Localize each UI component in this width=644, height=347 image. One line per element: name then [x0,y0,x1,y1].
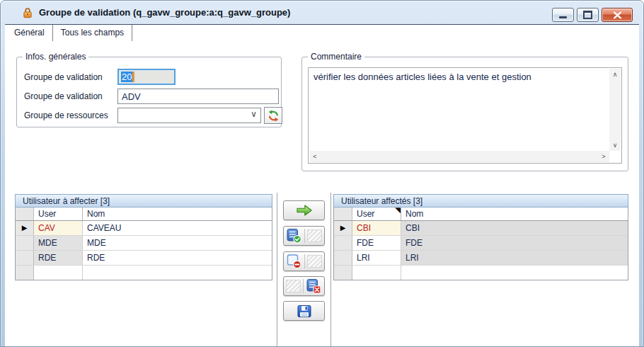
scroll-left-icon[interactable]: < [309,151,321,162]
button-divider [304,229,305,243]
row-selector-cell[interactable] [16,266,34,280]
infos-generales-groupbox: Infos. générales Groupe de validation 20… [16,57,282,127]
row-selector-cell[interactable]: ▶ [334,221,352,235]
save-button[interactable] [283,301,325,321]
sort-indicator-icon: ◥ [395,207,401,214]
doc-cancel-icon [286,254,302,269]
horizontal-scrollbar[interactable]: < > [309,151,609,162]
hatch-pattern [286,280,301,292]
button-divider [303,279,304,293]
user-cell[interactable] [352,266,401,280]
comment-text: vérifier les données articles liées à la… [314,71,606,83]
group-code-label: Groupe de validation [24,70,103,84]
close-button[interactable] [602,8,633,22]
column-header-nom[interactable]: Nom [83,207,272,220]
commentaire-legend: Commentaire [308,52,364,62]
nom-cell[interactable]: LRI [401,251,628,265]
current-row-icon: ▶ [22,224,28,232]
row-selector-cell[interactable] [16,236,34,250]
row-selector-cell[interactable]: ▶ [16,221,34,235]
column-header-user[interactable]: User [34,207,83,220]
column-header-user[interactable]: User◥ [352,207,401,220]
table-header-row: User Nom [16,207,272,221]
hatch-pattern [307,255,322,268]
text-caret [132,72,134,82]
close-icon [613,11,622,19]
tab-bar: Général Tous les champs [6,25,132,41]
transfer-buttons-panel [277,193,331,346]
move-right-button[interactable] [283,200,325,220]
tab-general[interactable]: Général [6,25,53,41]
table-row[interactable]: RDE RDE [16,251,272,266]
group-name-value: ADV [122,91,141,102]
remove-all-button[interactable] [283,276,325,296]
table-row-empty[interactable] [16,266,272,280]
maximize-icon [583,11,592,19]
assigned-users-caption: Utilisateur affectés [3] [333,194,628,207]
row-selector-cell[interactable] [334,266,352,280]
nom-cell[interactable]: FDE [401,236,628,250]
comment-textarea[interactable]: vérifier les données articles liées à la… [308,67,622,164]
user-cell[interactable] [34,266,83,280]
nom-cell[interactable]: CAVEAU [83,221,272,235]
vertical-scrollbar[interactable]: ∧ ∨ [609,69,621,151]
list-remove-icon [306,278,322,294]
resource-group-label: Groupe de ressources [24,108,108,123]
table-row[interactable]: ▶ CBI CBI [334,221,628,236]
group-code-field[interactable]: 20 [117,69,176,85]
resource-group-combobox[interactable]: ∨ [117,108,261,123]
tab-all-fields[interactable]: Tous les champs [53,25,132,41]
selector-header-cell [16,207,34,220]
nom-cell[interactable]: RDE [83,251,272,265]
button-divider [304,254,305,268]
minimize-icon [559,16,567,18]
row-selector-cell[interactable] [16,251,34,265]
user-cell[interactable]: LRI [352,251,401,265]
lock-icon [22,7,33,18]
user-cell[interactable]: RDE [34,251,83,265]
arrow-right-icon [295,204,314,217]
save-floppy-icon [297,304,312,319]
nom-cell[interactable] [401,266,628,280]
row-selector-cell[interactable] [334,251,352,265]
group-name-field[interactable]: ADV [117,89,279,104]
maximize-button[interactable] [577,8,599,22]
list-check-icon [286,228,302,244]
table-row[interactable]: MDE MDE [16,236,272,251]
table-header-row: User◥ Nom [334,207,628,221]
check-all-button[interactable] [283,226,325,246]
nom-cell[interactable]: MDE [83,236,272,250]
table-row[interactable]: LRI LRI [334,251,628,266]
table-row[interactable]: ▶ CAV CAVEAU [16,221,272,236]
selector-header-cell [334,207,352,220]
nom-cell[interactable]: CBI [401,221,628,235]
hatch-pattern [307,229,322,242]
refresh-resources-button[interactable] [264,107,282,124]
user-cell[interactable]: MDE [34,236,83,250]
nom-cell[interactable] [83,266,272,280]
available-users-caption: Utilisateur à affecter [3] [15,194,272,207]
scroll-down-icon[interactable]: ∨ [609,140,621,151]
group-code-value: 20 [121,72,132,82]
current-row-icon: ▶ [340,224,346,232]
minimize-button[interactable] [552,8,574,22]
infos-generales-legend: Infos. générales [23,52,88,62]
user-cell[interactable]: CAV [34,221,83,235]
table-row-empty[interactable] [334,266,628,280]
column-header-nom[interactable]: Nom [401,207,628,220]
refresh-icon [268,110,280,122]
title-bar[interactable]: Groupe de validation (q_gavw_groupe:a:q_… [1,1,643,24]
scroll-right-icon[interactable]: > [598,151,609,162]
user-cell[interactable]: CBI [352,221,401,235]
group-name-label: Groupe de validation [24,89,103,103]
scroll-up-icon[interactable]: ∧ [609,69,621,80]
application-window: Groupe de validation (q_gavw_groupe:a:q_… [0,0,644,347]
user-cell[interactable]: FDE [352,236,401,250]
uncheck-all-button[interactable] [283,251,325,271]
chevron-down-icon[interactable]: ∨ [251,109,257,119]
window-content: Général Tous les champs Infos. générales… [5,24,639,346]
window-title: Groupe de validation (q_gavw_groupe:a:q_… [39,7,290,18]
column-header-user-label: User [357,209,374,219]
table-row[interactable]: FDE FDE [334,236,628,251]
row-selector-cell[interactable] [334,236,352,250]
